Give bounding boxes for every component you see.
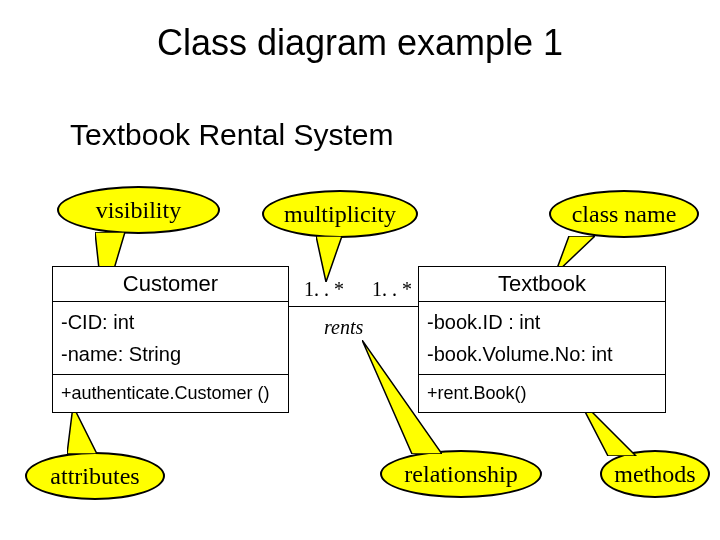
association-label: rents xyxy=(324,316,363,339)
method-line: +authenticate.Customer () xyxy=(61,379,280,408)
association-line xyxy=(289,306,418,307)
uml-class-textbook: Textbook -book.ID : int -book.Volume.No:… xyxy=(418,266,666,413)
callout-tail-icon xyxy=(316,236,346,282)
callout-classname: class name xyxy=(549,190,699,238)
callout-visibility: visibility xyxy=(57,186,220,234)
class-name: Textbook xyxy=(419,267,665,302)
callout-tail-icon xyxy=(67,406,99,454)
callout-relationship: relationship xyxy=(380,450,542,498)
callout-methods: methods xyxy=(600,450,710,498)
multiplicity-right: 1. . * xyxy=(372,278,412,301)
attribute-line: -name: String xyxy=(61,338,280,370)
class-name: Customer xyxy=(53,267,288,302)
callout-attributes: attributes xyxy=(25,452,165,500)
svg-marker-3 xyxy=(67,406,97,454)
page-title: Class diagram example 1 xyxy=(0,22,720,64)
class-attributes: -CID: int -name: String xyxy=(53,302,288,375)
attribute-line: -book.ID : int xyxy=(427,306,657,338)
class-methods: +authenticate.Customer () xyxy=(53,375,288,412)
multiplicity-left: 1. . * xyxy=(304,278,344,301)
attribute-line: -CID: int xyxy=(61,306,280,338)
callout-multiplicity: multiplicity xyxy=(262,190,418,238)
svg-marker-1 xyxy=(316,236,342,282)
attribute-line: -book.Volume.No: int xyxy=(427,338,657,370)
class-attributes: -book.ID : int -book.Volume.No: int xyxy=(419,302,665,375)
class-methods: +rent.Book() xyxy=(419,375,665,412)
uml-class-customer: Customer -CID: int -name: String +authen… xyxy=(52,266,289,413)
method-line: +rent.Book() xyxy=(427,379,657,408)
subtitle: Textbook Rental System xyxy=(70,118,393,152)
